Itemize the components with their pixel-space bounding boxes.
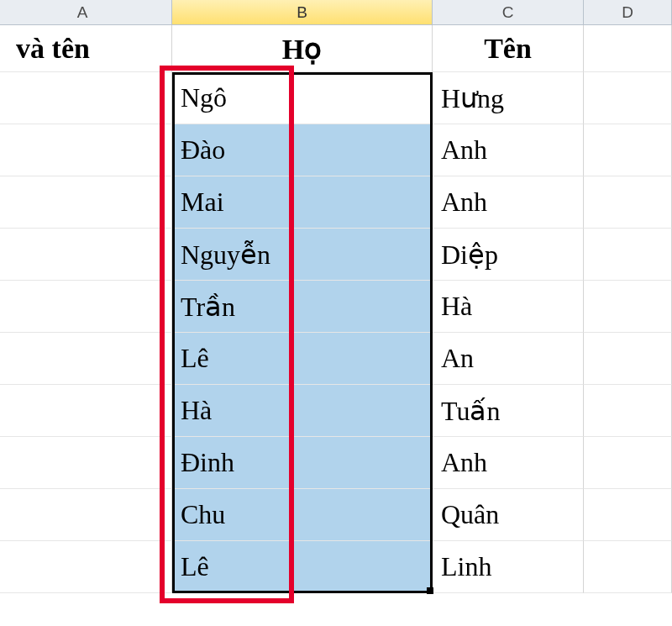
grid: và tên Họ Tên úc Hưng Ngô Hưng ang Anh Đ… — [0, 25, 672, 593]
cell-C9[interactable]: Anh — [433, 437, 584, 489]
col-header-C[interactable]: C — [433, 0, 584, 25]
cell-A7[interactable]: An — [0, 333, 172, 385]
spreadsheet: A B C D và tên Họ Tên úc Hưng Ngô Hưng a… — [0, 0, 672, 626]
cell-A4[interactable]: ùy Anh — [0, 176, 172, 229]
cell-D4[interactable] — [584, 176, 672, 229]
cell-D8[interactable] — [584, 385, 672, 437]
header-row: và tên Họ Tên — [0, 25, 672, 72]
cell-D5[interactable] — [584, 229, 672, 281]
col-header-B[interactable]: B — [172, 0, 433, 25]
cell-C5[interactable]: Diệp — [433, 229, 584, 281]
table-row: An Lê An — [0, 333, 672, 385]
col-header-D[interactable]: D — [584, 0, 672, 25]
cell-B8[interactable]: Hà — [172, 385, 433, 437]
cell-B5[interactable]: Nguyễn — [172, 229, 433, 281]
cell-A8[interactable]: Tuấn — [0, 385, 172, 437]
table-row: ùng Anh Đinh Anh — [0, 437, 672, 489]
cell-C3[interactable]: Anh — [433, 124, 584, 176]
column-headers: A B C D — [0, 0, 672, 25]
cell-B6[interactable]: Trần — [172, 281, 433, 333]
cell-B3[interactable]: Đào — [172, 124, 433, 176]
cell-A3[interactable]: ang Anh — [0, 124, 172, 176]
header-C: Tên — [484, 33, 532, 65]
cell-D11[interactable] — [584, 541, 672, 593]
cell-B2[interactable]: Ngô — [172, 72, 433, 124]
cell-D1[interactable] — [584, 25, 672, 72]
cell-C11[interactable]: Linh — [433, 541, 584, 593]
cell-A1[interactable]: và tên — [0, 25, 172, 72]
cell-C6[interactable]: Hà — [433, 281, 584, 333]
cell-D7[interactable] — [584, 333, 672, 385]
cell-A6[interactable]: anh Hà — [0, 281, 172, 333]
cell-B11[interactable]: Lê — [172, 541, 433, 593]
cell-C1[interactable]: Tên — [433, 25, 584, 72]
header-B: Họ — [282, 32, 322, 66]
cell-C7[interactable]: An — [433, 333, 584, 385]
cell-B4[interactable]: Mai — [172, 176, 433, 229]
cell-A9[interactable]: ùng Anh — [0, 437, 172, 489]
table-row: ang Anh Đào Anh — [0, 124, 672, 176]
cell-A5[interactable]: An Diệp — [0, 229, 172, 281]
col-header-A[interactable]: A — [0, 0, 172, 25]
table-row: ùy Anh Mai Anh — [0, 176, 672, 229]
table-row: An Diệp Nguyễn Diệp — [0, 229, 672, 281]
header-A: và tên — [16, 33, 90, 65]
cell-C10[interactable]: Quân — [433, 489, 584, 541]
cell-D6[interactable] — [584, 281, 672, 333]
cell-B9[interactable]: Đinh — [172, 437, 433, 489]
cell-D2[interactable] — [584, 72, 672, 124]
cell-A2[interactable]: úc Hưng — [0, 72, 172, 124]
cell-C8[interactable]: Tuấn — [433, 385, 584, 437]
cell-B1[interactable]: Họ — [172, 25, 433, 72]
cell-A11[interactable]: y Linh — [0, 541, 172, 593]
cell-D9[interactable] — [584, 437, 672, 489]
table-row: Tuấn Hà Tuấn — [0, 385, 672, 437]
cell-C4[interactable]: Anh — [433, 176, 584, 229]
table-row: úc Hưng Ngô Hưng — [0, 72, 672, 124]
table-row: anh Hà Trần Hà — [0, 281, 672, 333]
cell-D10[interactable] — [584, 489, 672, 541]
cell-B7[interactable]: Lê — [172, 333, 433, 385]
cell-D3[interactable] — [584, 124, 672, 176]
cell-B10[interactable]: Chu — [172, 489, 433, 541]
cell-C2[interactable]: Hưng — [433, 72, 584, 124]
cell-A10[interactable]: Quân — [0, 489, 172, 541]
table-row: Quân Chu Quân — [0, 489, 672, 541]
table-row: y Linh Lê Linh — [0, 541, 672, 593]
